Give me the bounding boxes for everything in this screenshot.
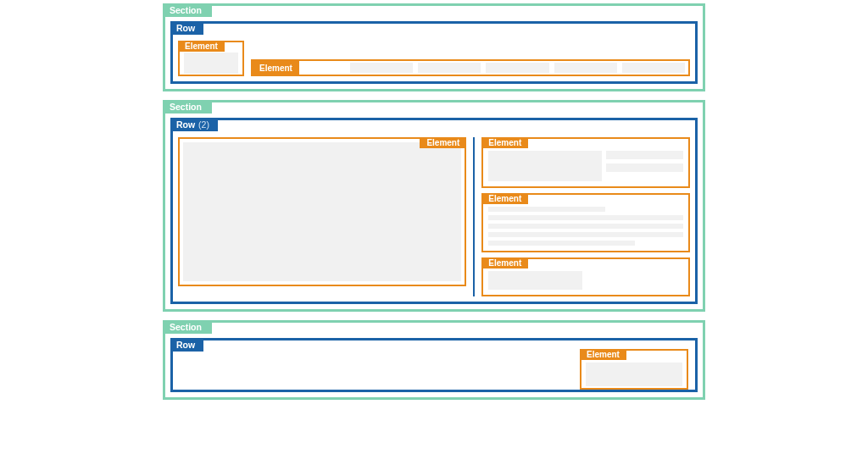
element-hero: Element (178, 137, 466, 286)
row-label: Row (170, 21, 203, 35)
element-text-lines: Element (481, 193, 690, 252)
element-label: Element (178, 41, 225, 52)
section-label: Section (163, 100, 212, 114)
element-label: Element (580, 349, 626, 360)
row-label: Row (170, 338, 203, 352)
element-label: Element (481, 257, 528, 269)
row-column-1: Element (178, 137, 475, 296)
element-label: Element (253, 61, 299, 75)
placeholder-block (183, 142, 461, 281)
element-nav: Element (251, 59, 690, 76)
element-heading-block: Element (481, 137, 690, 188)
section-label: Section (163, 3, 212, 17)
placeholder-block (622, 63, 685, 73)
row-label: Row (2) (170, 118, 218, 131)
section-3: Section Row Element (163, 320, 705, 400)
row-label-text: Row (176, 340, 195, 350)
placeholder-block (606, 151, 683, 159)
placeholder-block (486, 63, 548, 73)
placeholder-line (488, 241, 634, 246)
section-3-row: Row Element (170, 338, 698, 392)
placeholder-block (418, 63, 481, 73)
row-label-text: Row (176, 119, 195, 130)
placeholder-block (184, 53, 238, 74)
section-1-row: Row Element Element (170, 21, 698, 84)
placeholder-block (586, 363, 682, 386)
placeholder-line (488, 207, 605, 212)
placeholder-block (488, 271, 581, 290)
placeholder-line (488, 215, 683, 220)
placeholder-block (554, 63, 617, 73)
section-2-row: Row (2) Element Element (170, 118, 698, 304)
placeholder-block (488, 151, 601, 181)
layout-diagram: Section Row Element Element (163, 3, 705, 400)
placeholder-block (350, 63, 413, 73)
element-label: Element (420, 137, 466, 148)
element-label: Element (481, 137, 528, 148)
row-column-count: (2) (196, 119, 209, 130)
placeholder-block (606, 163, 683, 172)
placeholder-line (488, 224, 683, 229)
element-label: Element (481, 193, 528, 204)
row-column-2: Element Element (475, 137, 690, 296)
section-2: Section Row (2) Element Element (163, 100, 705, 312)
element-cta-block: Element (481, 257, 690, 296)
nav-item-placeholders (350, 63, 688, 73)
section-label: Section (163, 320, 212, 334)
element-logo: Element (178, 41, 244, 76)
placeholder-line (488, 232, 683, 237)
row-label-text: Row (176, 23, 195, 33)
element-footer-widget: Element (580, 349, 688, 390)
section-1: Section Row Element Element (163, 3, 705, 91)
